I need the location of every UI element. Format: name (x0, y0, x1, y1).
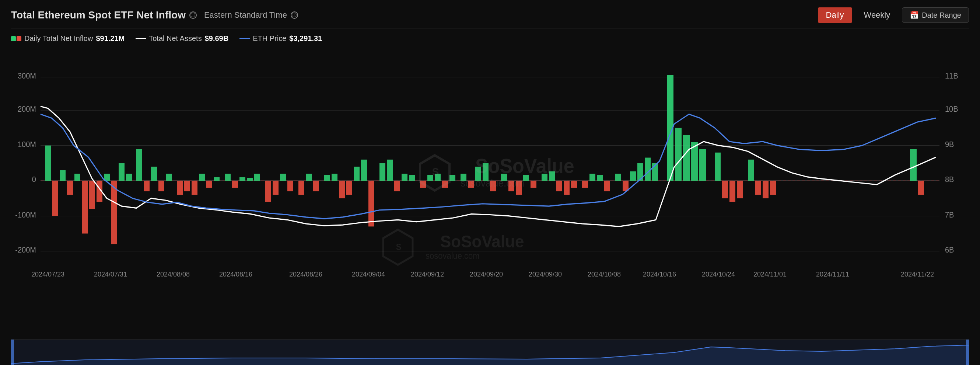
svg-text:6B: 6B (945, 245, 954, 254)
svg-text:2024/10/24: 2024/10/24 (702, 270, 735, 278)
svg-rect-123 (763, 181, 768, 198)
timezone-label: Eastern Standard Time (204, 10, 287, 20)
svg-text:100M: 100M (18, 140, 36, 148)
svg-text:2024/09/12: 2024/09/12 (411, 270, 444, 278)
net-inflow-value: $91.21M (96, 34, 124, 43)
chart-svg: 300M 200M 100M 0 -100M -200M 11B 10B 9B … (11, 46, 969, 339)
svg-text:2024/07/31: 2024/07/31 (94, 270, 127, 278)
svg-rect-117 (715, 153, 721, 181)
svg-rect-35 (45, 146, 51, 181)
svg-rect-39 (75, 174, 80, 181)
svg-text:7B: 7B (945, 210, 954, 219)
svg-rect-53 (184, 181, 190, 191)
svg-rect-60 (239, 177, 245, 181)
svg-rect-37 (60, 171, 65, 181)
svg-rect-48 (144, 181, 150, 191)
svg-text:2024/10/08: 2024/10/08 (588, 270, 621, 278)
svg-rect-61 (247, 178, 253, 181)
svg-rect-45 (119, 163, 124, 181)
svg-rect-120 (737, 181, 743, 198)
svg-rect-36 (52, 181, 58, 216)
svg-text:0: 0 (32, 175, 36, 184)
svg-rect-74 (354, 167, 360, 181)
legend-item-net-inflow: Daily Total Net Inflow $91.21M (11, 34, 124, 43)
svg-rect-63 (265, 181, 271, 202)
svg-text:2024/11/11: 2024/11/11 (816, 270, 849, 278)
svg-rect-119 (729, 181, 735, 202)
svg-rect-116 (699, 149, 706, 181)
svg-rect-67 (298, 181, 304, 194)
svg-rect-103 (589, 174, 595, 181)
svg-rect-59 (232, 181, 238, 188)
svg-rect-0 (11, 46, 969, 339)
svg-text:2024/08/16: 2024/08/16 (219, 270, 252, 278)
legend-item-eth-price: ETH Price $3,291.31 (239, 34, 322, 43)
svg-text:2024/08/08: 2024/08/08 (157, 270, 190, 278)
controls-row: Daily Weekly 📅 Date Range (818, 7, 969, 23)
svg-rect-73 (346, 181, 352, 194)
date-range-button[interactable]: 📅 Date Range (902, 7, 969, 23)
svg-rect-136 (11, 339, 969, 365)
mini-chart[interactable] (11, 339, 969, 365)
svg-rect-81 (409, 175, 415, 181)
svg-rect-57 (214, 177, 220, 181)
svg-rect-58 (225, 174, 231, 181)
svg-rect-76 (368, 181, 374, 226)
weekly-button[interactable]: Weekly (856, 7, 899, 23)
svg-rect-38 (67, 181, 73, 194)
svg-rect-79 (394, 181, 400, 191)
svg-rect-77 (379, 163, 385, 181)
svg-rect-41 (89, 181, 95, 209)
app-container: Total Ethereum Spot ETF Net Inflow ⓘ Eas… (0, 0, 980, 365)
chart-main: 300M 200M 100M 0 -100M -200M 11B 10B 9B … (11, 46, 969, 339)
chart-area: 300M 200M 100M 0 -100M -200M 11B 10B 9B … (11, 46, 969, 365)
svg-rect-99 (556, 181, 562, 191)
svg-rect-66 (287, 181, 293, 191)
legend-row: Daily Total Net Inflow $91.21M Total Net… (11, 29, 969, 46)
svg-text:2024/11/22: 2024/11/22 (901, 270, 934, 278)
svg-rect-96 (531, 181, 536, 188)
eth-price-label: ETH Price (253, 34, 286, 43)
legend-item-net-assets: Total Net Assets $9.69B (135, 34, 228, 43)
svg-text:SoSoValue: SoSoValue (440, 231, 524, 251)
svg-rect-62 (254, 174, 260, 181)
svg-rect-46 (126, 174, 132, 181)
page-title: Total Ethereum Spot ETF Net Inflow (11, 9, 186, 21)
svg-rect-104 (597, 175, 603, 181)
calendar-icon: 📅 (910, 11, 919, 19)
daily-button[interactable]: Daily (818, 7, 852, 23)
svg-rect-137 (11, 339, 14, 365)
svg-rect-50 (158, 181, 164, 191)
svg-text:2024/10/16: 2024/10/16 (643, 270, 676, 278)
svg-text:2024/07/23: 2024/07/23 (31, 270, 64, 278)
svg-rect-69 (313, 181, 319, 191)
timezone-info-icon[interactable]: ⓘ (291, 11, 298, 19)
svg-rect-124 (770, 181, 776, 194)
svg-rect-40 (82, 181, 88, 233)
svg-rect-138 (966, 339, 969, 365)
svg-rect-49 (151, 167, 157, 181)
svg-text:300M: 300M (18, 72, 36, 80)
svg-text:9B: 9B (945, 140, 954, 148)
svg-rect-52 (177, 181, 183, 194)
svg-rect-80 (402, 174, 407, 181)
svg-rect-47 (136, 149, 142, 181)
title-info-icon[interactable]: ⓘ (189, 11, 197, 19)
svg-text:2024/08/26: 2024/08/26 (289, 270, 322, 278)
svg-text:2024/09/04: 2024/09/04 (352, 270, 385, 278)
svg-rect-54 (192, 181, 197, 194)
svg-text:8B: 8B (945, 175, 954, 184)
net-inflow-label: Daily Total Net Inflow (24, 34, 93, 43)
eth-price-line-color (239, 38, 250, 39)
date-range-label: Date Range (922, 11, 961, 19)
svg-rect-121 (748, 159, 754, 181)
svg-rect-110 (645, 158, 651, 181)
svg-text:SoSoValue: SoSoValue (475, 154, 574, 177)
svg-rect-78 (387, 159, 393, 181)
svg-rect-72 (339, 181, 345, 198)
net-assets-value: $9.69B (205, 34, 229, 43)
svg-rect-65 (280, 174, 286, 181)
svg-rect-71 (332, 174, 337, 181)
svg-text:S: S (432, 166, 439, 178)
svg-rect-113 (675, 128, 682, 181)
